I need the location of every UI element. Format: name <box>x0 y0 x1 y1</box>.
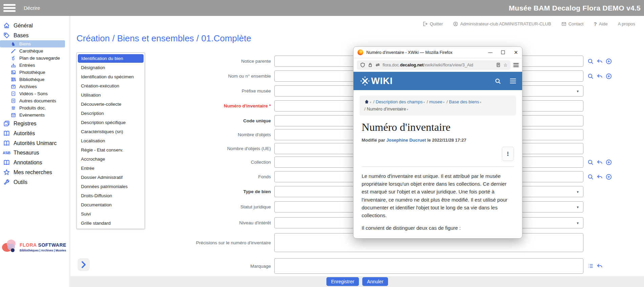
bookmark-star-icon[interactable]: ☆ <box>503 62 508 68</box>
search-icon[interactable] <box>587 73 594 79</box>
wiki-search-icon[interactable] <box>495 78 501 84</box>
quitter-button[interactable]: Quitter <box>423 21 443 26</box>
tab-creation-execution[interactable]: Création-exécution <box>77 81 145 90</box>
reader-mode-icon[interactable] <box>496 62 501 67</box>
field-label: Collection <box>144 160 274 165</box>
url-text[interactable]: flora.doc.decalog.net/xwiki/wiki/flora/v… <box>383 63 493 67</box>
sidebar-item-videos-sons[interactable]: Vidéos - Sons <box>0 90 70 97</box>
books-icon <box>10 77 16 82</box>
sidebar-item-outils[interactable]: Outils <box>0 177 70 187</box>
sidebar-item-thesaurus[interactable]: A⇅B Thesaurus <box>0 148 70 158</box>
undo-icon[interactable] <box>597 263 603 269</box>
home-icon <box>3 22 10 29</box>
sidebar-item-entrees[interactable]: Entrées <box>0 62 70 69</box>
minimize-button[interactable]: — <box>488 50 492 55</box>
add-circle-icon[interactable] <box>606 174 612 180</box>
tab-entree[interactable]: Entrée <box>77 164 145 173</box>
tab-caracteristiques-sn[interactable]: Caractéristiques (sn) <box>77 127 145 136</box>
marquage-textarea[interactable] <box>274 258 583 274</box>
search-icon[interactable] <box>587 159 594 165</box>
tab-grille-standard[interactable]: Grille standard <box>77 219 145 228</box>
xwiki-logo[interactable]: WIKI <box>360 76 393 86</box>
add-circle-icon[interactable] <box>606 159 612 165</box>
brand-flora: FLORA <box>20 242 37 248</box>
sidebar-item-phototheque[interactable]: Photothèque <box>0 69 70 76</box>
close-button[interactable]: ✕ <box>514 49 518 56</box>
tab-description-specifique[interactable]: Description spécifique <box>77 118 145 127</box>
tab-utilisation[interactable]: Utilisation <box>77 90 145 100</box>
undo-icon[interactable] <box>597 174 603 180</box>
sidebar-item-bibliotheque[interactable]: Bibliothèque <box>0 76 70 83</box>
sidebar-item-archives[interactable]: Archives <box>0 83 70 90</box>
sidebar-item-annotations[interactable]: Annotations <box>0 158 70 167</box>
maximize-button[interactable] <box>501 50 505 54</box>
tab-decouverte-collecte[interactable]: Découverte-collecte <box>77 100 145 109</box>
sidebar-item-carotheque[interactable]: Carothèque <box>0 47 70 55</box>
main-menu-icon[interactable] <box>3 3 16 13</box>
contact-button[interactable]: Contact <box>561 21 584 26</box>
undo-icon[interactable] <box>597 159 603 165</box>
sidebar-item-produits-doc[interactable]: Produits doc. <box>0 104 70 111</box>
sidebar-item-biens[interactable]: ♞ Biens <box>0 40 65 47</box>
tab-regie-etat-conserv[interactable]: Régie - Etat conserv. <box>77 145 145 155</box>
undo-icon[interactable] <box>597 73 603 79</box>
url-bar[interactable]: flora.doc.decalog.net/xwiki/wiki/flora/v… <box>357 60 511 70</box>
breadcrumb-link[interactable]: musee <box>429 99 443 104</box>
breadcrumb-link[interactable]: Description des champs <box>375 99 423 104</box>
tab-localisation[interactable]: Localisation <box>77 136 145 145</box>
caret-down-icon[interactable]: ▾ <box>480 101 481 104</box>
caret-down-icon[interactable]: ▾ <box>370 101 371 104</box>
sidebar-item-plan-sauvegarde[interactable]: Plan de sauvegarde <box>0 55 70 62</box>
lock-icon[interactable] <box>368 62 373 67</box>
author-link[interactable]: Josephine Ducruet <box>386 138 426 143</box>
tab-documentation[interactable]: Documentation <box>77 200 145 209</box>
sidebar-item-general[interactable]: Général <box>0 21 70 30</box>
form-row-marquage: Marquage <box>144 258 603 274</box>
undo-icon[interactable] <box>597 58 603 64</box>
sidebar-item-bases[interactable]: Bases <box>0 30 70 40</box>
breadcrumb-home-icon[interactable] <box>364 99 369 104</box>
search-icon[interactable] <box>587 174 594 180</box>
search-icon[interactable] <box>587 58 594 64</box>
archive-box-icon <box>10 84 16 89</box>
tab-description[interactable]: Description <box>77 109 145 118</box>
calendar-icon <box>10 112 16 118</box>
tab-suivi[interactable]: Suivi <box>77 209 145 219</box>
tab-donnees-patrimoniales[interactable]: Données patrimoniales <box>77 182 145 191</box>
sidebar-item-evenements[interactable]: Evènements <box>0 111 70 119</box>
tab-accrochage[interactable]: Accrochage <box>77 155 145 164</box>
article-more-actions-button[interactable]: ⋮ <box>502 147 514 161</box>
current-user[interactable]: Administrateur-club ADMINISTRATEUR-CLUB <box>453 21 551 26</box>
sidebar-item-autorites[interactable]: Autorités <box>0 128 70 138</box>
sidebar-item-label: Outils <box>14 179 27 185</box>
permissions-icon[interactable] <box>375 62 380 67</box>
sidebar-item-registres[interactable]: Registres <box>0 119 70 128</box>
cancel-button[interactable]: Annuler <box>362 277 388 286</box>
next-section-button[interactable] <box>78 258 90 271</box>
tab-identification-du-specimen[interactable]: Identification du spécimen <box>77 72 145 81</box>
add-circle-icon[interactable] <box>606 58 612 64</box>
window-titlebar[interactable]: Numéro d'inventaire - XWiki — Mozilla Fi… <box>353 47 522 58</box>
breadcrumb-link[interactable]: Base des biens <box>449 99 479 104</box>
field-label-required: Numéro d'inventaire * <box>144 103 274 108</box>
wiki-menu-icon[interactable] <box>510 77 516 84</box>
tab-dossier-administratif[interactable]: Dossier Administratif <box>77 173 145 182</box>
caret-down-icon[interactable]: ▾ <box>407 108 408 111</box>
sidebar-item-autres-documents[interactable]: Autres documents <box>0 97 70 104</box>
caret-down-icon[interactable]: ▾ <box>443 101 445 104</box>
sidebar-item-label: Général <box>14 23 33 29</box>
caret-down-icon[interactable]: ▾ <box>423 101 425 104</box>
apropos-button[interactable]: A propos <box>618 21 635 26</box>
add-circle-icon[interactable] <box>606 73 612 79</box>
aide-button[interactable]: ? Aide <box>594 21 607 27</box>
sidebar-item-autorites-unimarc[interactable]: Autorités Unimarc <box>0 138 70 148</box>
shield-icon[interactable] <box>360 62 365 68</box>
tab-identification-du-bien[interactable]: Identification du bien <box>78 54 144 63</box>
list-icon[interactable] <box>587 263 594 269</box>
tab-droits-diffusion[interactable]: Droits-Diffusion <box>77 191 145 200</box>
tab-designation[interactable]: Désignation <box>77 63 145 72</box>
save-button[interactable]: Enregistrer <box>326 277 359 286</box>
page-title: Création / Biens et ensembles / 01.Compl… <box>77 33 251 44</box>
browser-menu-icon[interactable] <box>513 62 519 68</box>
sidebar-item-mes-recherches[interactable]: Mes recherches <box>0 167 70 177</box>
